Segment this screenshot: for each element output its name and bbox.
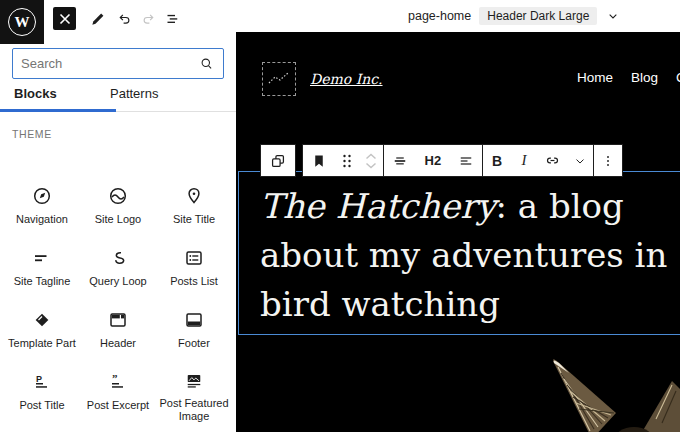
- posts-list-icon: [182, 246, 206, 270]
- close-inserter-button[interactable]: [53, 7, 76, 30]
- block-item-template-part[interactable]: Template Part: [4, 300, 80, 362]
- select-template-part-button[interactable]: [261, 145, 295, 176]
- block-item-post-excerpt[interactable]: ” Post Excerpt: [80, 362, 156, 424]
- site-tagline-icon: [30, 246, 54, 270]
- block-label: Site Title: [173, 213, 215, 227]
- tab-patterns[interactable]: Patterns: [110, 86, 158, 101]
- site-title-link[interactable]: Demo Inc.: [310, 71, 383, 87]
- block-label: Navigation: [16, 213, 68, 227]
- block-item-query-loop[interactable]: Query Loop: [80, 238, 156, 300]
- heading-italic-part: The Hatchery: [260, 186, 496, 226]
- align-left-icon: [457, 152, 475, 170]
- list-view-icon: [163, 10, 181, 28]
- search-icon: [198, 55, 215, 72]
- block-inserter-panel: Blocks Patterns THEME Navigation Site Lo…: [0, 32, 236, 432]
- block-label: Site Tagline: [14, 275, 71, 289]
- tab-blocks[interactable]: Blocks: [14, 86, 57, 101]
- document-info: page-home Header Dark Large: [408, 6, 621, 26]
- edit-mode-button[interactable]: [86, 7, 109, 30]
- site-logo-icon: [106, 184, 130, 208]
- block-label: Post Title: [19, 399, 64, 413]
- undo-button[interactable]: [112, 7, 135, 30]
- block-label: Posts List: [170, 275, 218, 289]
- redo-icon: [140, 10, 158, 28]
- wordpress-logo-button[interactable]: W: [0, 0, 44, 44]
- site-title-icon: [182, 184, 206, 208]
- block-item-site-title[interactable]: Site Title: [156, 176, 232, 238]
- search-input[interactable]: [21, 56, 198, 71]
- toolbar-main: H2 B I: [302, 144, 623, 177]
- link-icon: [543, 151, 562, 170]
- block-item-post-featured-image[interactable]: Post Featured Image: [156, 362, 232, 424]
- block-label: Query Loop: [89, 275, 146, 289]
- chevron-down-icon[interactable]: [605, 8, 621, 24]
- site-navigation: Home Blog Contact: [577, 70, 680, 85]
- nav-link-home[interactable]: Home: [577, 70, 613, 85]
- link-button[interactable]: [537, 145, 567, 176]
- heading-block-icon: [309, 151, 329, 171]
- bold-label: B: [492, 153, 502, 169]
- block-label: Site Logo: [95, 213, 141, 227]
- site-header: Demo Inc. Home Blog Contact: [262, 62, 680, 102]
- block-item-footer[interactable]: Footer: [156, 300, 232, 362]
- nav-link-contact[interactable]: Contact: [676, 70, 680, 85]
- wordpress-logo-icon: W: [8, 8, 36, 36]
- top-bar: W: [0, 0, 680, 32]
- document-title: page-home: [408, 9, 471, 23]
- block-toolbar: H2 B I: [260, 144, 623, 177]
- block-label: Header: [100, 337, 136, 351]
- block-item-site-tagline[interactable]: Site Tagline: [4, 238, 80, 300]
- heading-text[interactable]: The Hatchery: a blog about my adventures…: [239, 172, 680, 329]
- close-icon: [58, 12, 72, 26]
- block-options-button[interactable]: [594, 145, 622, 176]
- block-switcher-button[interactable]: [303, 145, 335, 176]
- more-formats-button[interactable]: [567, 145, 593, 176]
- block-label: Footer: [178, 337, 210, 351]
- editor-canvas: Demo Inc. Home Blog Contact The Hatchery…: [236, 32, 680, 432]
- post-title-icon: P: [30, 370, 54, 394]
- block-item-post-author[interactable]: [80, 424, 156, 432]
- pencil-icon: [89, 10, 107, 28]
- chevron-down-icon: [573, 154, 587, 168]
- parent-blocks-icon: [268, 151, 288, 171]
- italic-label: I: [522, 152, 527, 169]
- footer-icon: [182, 308, 206, 332]
- block-item-posts-list[interactable]: Posts List: [156, 238, 232, 300]
- template-part-icon: [30, 308, 54, 332]
- align-center-icon: [391, 152, 409, 170]
- text-align-center-button[interactable]: [384, 145, 416, 176]
- redo-button[interactable]: [137, 7, 160, 30]
- template-badge[interactable]: Header Dark Large: [479, 7, 597, 25]
- block-item-navigation[interactable]: Navigation: [4, 176, 80, 238]
- selected-heading-block[interactable]: The Hatchery: a blog about my adventures…: [238, 171, 680, 335]
- block-label: Post Featured Image: [157, 397, 231, 425]
- list-view-button[interactable]: [160, 7, 183, 30]
- block-item-header[interactable]: Header: [80, 300, 156, 362]
- italic-button[interactable]: I: [511, 145, 537, 176]
- svg-text:P: P: [36, 374, 42, 384]
- theme-blocks-grid: Navigation Site Logo Site Title: [4, 176, 232, 432]
- drag-handle[interactable]: [335, 145, 359, 176]
- post-excerpt-icon: ”: [106, 370, 130, 394]
- block-movers[interactable]: [359, 145, 383, 176]
- text-align-left-button[interactable]: [450, 145, 482, 176]
- block-item-post-content[interactable]: [4, 424, 80, 432]
- header-icon: [106, 308, 130, 332]
- heading-level-button[interactable]: H2: [416, 145, 450, 176]
- search-box: [12, 48, 224, 79]
- block-label: Template Part: [8, 337, 76, 351]
- active-tab-underline: [0, 109, 116, 112]
- block-label: Post Excerpt: [87, 399, 149, 413]
- block-item-post-title[interactable]: P Post Title: [4, 362, 80, 424]
- heading-level-label: H2: [424, 153, 441, 168]
- bold-button[interactable]: B: [483, 145, 511, 176]
- site-logo-placeholder[interactable]: [262, 62, 296, 96]
- undo-icon: [115, 10, 133, 28]
- svg-text:”: ”: [112, 372, 118, 384]
- block-item-site-logo[interactable]: Site Logo: [80, 176, 156, 238]
- drag-dots-icon: [339, 152, 355, 170]
- block-item-post-date[interactable]: [156, 424, 232, 432]
- query-loop-icon: [106, 246, 130, 270]
- nav-link-blog[interactable]: Blog: [631, 70, 658, 85]
- chart-placeholder-icon: [267, 69, 291, 89]
